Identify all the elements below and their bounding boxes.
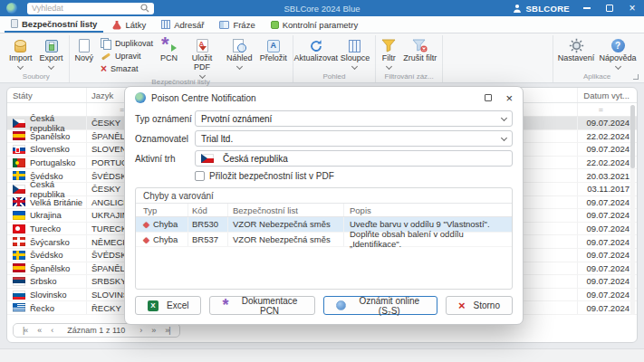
close-icon: × (629, 3, 635, 14)
status-bar (0, 348, 644, 362)
pcn-documentation-button[interactable]: Dokumentace PCN (209, 296, 314, 315)
date-cell: 22.02.2024 (578, 130, 637, 143)
record-pager: |« « ‹ Záznam 1 z 110 › » »| (13, 323, 180, 338)
export-disk-icon (45, 40, 58, 52)
refresh-icon (309, 39, 323, 53)
chevron-down-icon (501, 134, 507, 140)
cancel-button[interactable]: Storno (446, 296, 513, 315)
excel-button[interactable]: Excel (135, 296, 201, 315)
save-pdf-button[interactable]: Uložit PDF (181, 35, 223, 78)
error-type-cell: Chyba (153, 219, 178, 229)
import-button[interactable]: Import (5, 35, 36, 72)
ribbon: Import Export Soubory Nový (0, 33, 644, 83)
filter-button[interactable]: Filtr (378, 35, 399, 72)
pager-last-button[interactable]: »| (160, 326, 174, 335)
errors-column-code[interactable]: Kód (188, 204, 228, 216)
tab-bezpecnostni-listy[interactable]: Bezpečnostní listy (5, 16, 103, 33)
attach-pdf-checkbox[interactable] (195, 171, 205, 181)
country-cell: Srbsko (30, 276, 57, 286)
active-market-field[interactable]: Česká republika (195, 150, 513, 167)
dialog-titlebar: Poison Centre Notification × (125, 87, 523, 109)
country-flag-icon (13, 131, 25, 140)
dialog-maximize-button[interactable] (485, 94, 492, 101)
help-button[interactable]: Nápověda (597, 35, 639, 72)
scrollbar-thumb[interactable] (630, 105, 635, 168)
pager-first-button[interactable]: |« (18, 326, 32, 335)
preview-button[interactable]: Náhled (223, 35, 256, 78)
quick-search[interactable] (27, 3, 154, 14)
clear-filter-button[interactable]: Zrušit filtr (399, 35, 440, 72)
error-diamond-icon (143, 234, 149, 244)
columns-button[interactable]: Sloupce (337, 35, 374, 72)
refresh-button[interactable]: Aktualizovat (295, 35, 337, 72)
country-cell: Turecko (30, 224, 61, 233)
maximize-icon (485, 94, 492, 101)
errors-group-label: Chyby a varování (136, 188, 512, 203)
chevron-down-icon (17, 63, 24, 70)
export-button[interactable]: Export (36, 35, 67, 72)
tab-adresar[interactable]: Adresář (155, 16, 210, 33)
chevron-down-icon (351, 63, 358, 70)
country-cell: Velká Británie (30, 197, 82, 207)
notifier-select[interactable]: Trial ltd. (195, 130, 513, 147)
tab-fraze[interactable]: Fráze (213, 16, 261, 33)
edit-button[interactable]: Upravit (99, 51, 155, 62)
close-button[interactable]: × (627, 3, 638, 14)
maximize-icon (606, 5, 613, 12)
pdf-icon (197, 39, 208, 52)
date-cell: 20.03.2021 (578, 169, 637, 182)
pager-next-button[interactable]: › (135, 326, 146, 335)
account-button[interactable]: SBLCORE (513, 4, 570, 14)
search-input[interactable] (32, 4, 140, 13)
notifier-label: Oznamovatel (135, 134, 195, 144)
minimize-button[interactable] (582, 3, 592, 14)
settings-button[interactable]: Nastavení (555, 35, 597, 72)
date-cell: 09.07.2024 (578, 301, 637, 314)
errors-groupbox: Chyby a varování Typ Kód Bezpečnostní li… (135, 187, 513, 290)
tab-latky[interactable]: Látky (106, 16, 152, 33)
country-cell: Švédsko (30, 250, 62, 260)
country-cell: Portugalsko (30, 157, 75, 167)
date-cell: 09.07.2024 (578, 209, 637, 222)
vertical-scrollbar[interactable] (630, 105, 635, 315)
country-flag-icon (13, 158, 25, 167)
tab-kontrolni-parametry[interactable]: Kontrolní parametry (264, 16, 364, 33)
translate-button[interactable]: Přeložit (256, 35, 291, 78)
dialog-launcher-icon[interactable] (633, 74, 639, 80)
column-header-states[interactable]: Státy (7, 88, 87, 102)
maximize-button[interactable] (604, 3, 615, 14)
flask-icon (112, 20, 121, 30)
error-code-cell: BR530 (188, 217, 228, 232)
pager-prev-button[interactable]: ‹ (46, 326, 57, 335)
notifier-row: Oznamovatel Trial ltd. (125, 129, 523, 148)
errors-column-type[interactable]: Typ (136, 204, 188, 216)
pager-next-page-button[interactable]: » (147, 326, 159, 335)
attach-pdf-row: Přiložit bezpečnostní list v PDF (195, 168, 523, 184)
errors-column-sds[interactable]: Bezpečnostní list (228, 204, 344, 216)
filter-cell-created[interactable]: = (578, 103, 637, 116)
attach-pdf-label: Přiložit bezpečnostní list v PDF (209, 171, 334, 181)
pcn-button[interactable]: PCN (157, 35, 181, 78)
new-button[interactable]: Nový (72, 35, 98, 78)
error-row[interactable]: Chyba BR537 VZOR Nebezpečná směs Doplňte… (136, 233, 512, 248)
country-flag-icon (13, 251, 25, 260)
delete-button[interactable]: Smazat (99, 63, 155, 74)
dialog-close-button[interactable]: × (505, 92, 513, 104)
errors-column-desc[interactable]: Popis (344, 204, 512, 216)
duplicate-button[interactable]: Duplikovat (99, 38, 155, 49)
pager-prev-page-button[interactable]: « (33, 326, 45, 335)
country-flag-icon (13, 224, 25, 233)
pcn-star-icon (222, 301, 228, 310)
column-header-created[interactable]: Datum vyt... (578, 88, 637, 102)
app-window: SBLCore 2024 Blue SBLCORE × Bezpečnostní… (0, 0, 644, 362)
gear-icon (569, 38, 584, 53)
country-flag-icon (13, 291, 25, 300)
error-diamond-icon (143, 219, 149, 229)
notify-online-button[interactable]: Oznámit online (S₂S) (323, 296, 437, 315)
country-cell: Ukrajina (30, 210, 62, 220)
date-cell: 09.07.2024 (578, 223, 637, 235)
market-flag-icon (201, 154, 214, 163)
chevron-down-icon (236, 63, 243, 70)
notification-type-select[interactable]: Prvotní oznámení (195, 110, 513, 127)
sds-doc-icon (11, 19, 18, 28)
